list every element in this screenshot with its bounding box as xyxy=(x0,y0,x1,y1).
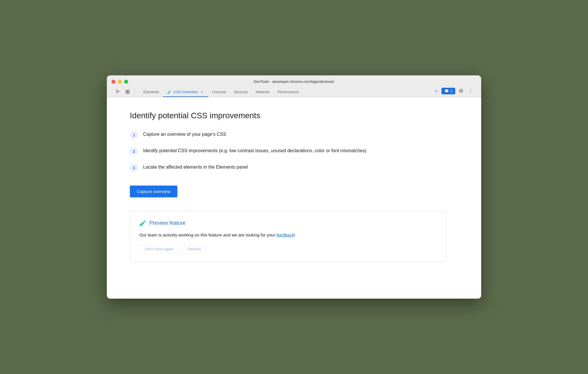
preview-header: 🧪 Preview feature xyxy=(139,220,437,226)
tab-bar: Elements 🧪 CSS Overview ✕ Console Source… xyxy=(111,87,477,97)
step-item-3: 3 Locate the affected elements in the El… xyxy=(130,163,463,172)
title-bar: DevTools - developer.chrome.com/tags/dev… xyxy=(107,75,481,97)
step-number-2: 2 xyxy=(130,147,138,155)
toolbar-left xyxy=(114,88,136,96)
svg-rect-3 xyxy=(128,92,129,94)
tab-divider xyxy=(134,89,135,95)
window-title: DevTools - developer.chrome.com/tags/dev… xyxy=(254,79,334,84)
step-text-1: Capture an overview of your page's CSS xyxy=(143,131,226,138)
feedback-link[interactable]: feedback xyxy=(276,232,294,237)
preview-text: Our team is actively working on this fea… xyxy=(139,232,437,238)
preview-btn-1[interactable]: Don't show again xyxy=(139,244,179,254)
preview-feature-title: Preview feature xyxy=(149,220,185,226)
feedback-button[interactable]: 💬 1 xyxy=(441,88,455,94)
tab-console[interactable]: Console xyxy=(208,87,230,97)
step-number-1: 1 xyxy=(130,131,138,139)
tab-css-overview[interactable]: 🧪 CSS Overview ✕ xyxy=(163,87,208,97)
step-text-3: Locate the affected elements in the Elem… xyxy=(143,163,248,171)
maximize-button[interactable] xyxy=(124,80,128,84)
tab-performance[interactable]: Performance xyxy=(274,87,303,97)
more-tabs-button[interactable]: » xyxy=(433,87,439,94)
tabs-container: Elements 🧪 CSS Overview ✕ Console Source… xyxy=(139,87,433,97)
devtools-window: DevTools - developer.chrome.com/tags/dev… xyxy=(107,75,481,299)
tabs-right: » 💬 1 ⚙ ⋮ xyxy=(433,87,474,97)
tab-network[interactable]: Network xyxy=(252,87,274,97)
steps-list: 1 Capture an overview of your page's CSS… xyxy=(130,131,463,172)
preview-btn-2[interactable]: Dismiss xyxy=(182,244,206,254)
minimize-button[interactable] xyxy=(118,80,122,84)
kebab-menu-icon[interactable]: ⋮ xyxy=(467,87,474,95)
cursor-icon[interactable] xyxy=(114,88,122,96)
svg-rect-0 xyxy=(126,90,127,91)
tab-elements[interactable]: Elements xyxy=(139,87,163,97)
step-number-3: 3 xyxy=(130,164,138,172)
preview-flask-icon: 🧪 xyxy=(139,220,147,226)
traffic-lights xyxy=(111,80,128,84)
flask-icon: 🧪 xyxy=(167,90,172,94)
close-button[interactable] xyxy=(111,80,115,84)
chat-icon: 💬 xyxy=(444,89,449,93)
svg-rect-2 xyxy=(126,92,127,94)
tab-sources[interactable]: Sources xyxy=(230,87,252,97)
step-item-2: 2 Identify potential CSS improvements (e… xyxy=(130,147,463,155)
step-text-2: Identify potential CSS improvements (e.g… xyxy=(143,147,366,154)
svg-rect-1 xyxy=(128,90,129,91)
preview-buttons: Don't show again Dismiss xyxy=(139,244,437,254)
settings-icon[interactable]: ⚙ xyxy=(458,87,464,95)
tab-close-icon[interactable]: ✕ xyxy=(200,89,204,94)
title-bar-top: DevTools - developer.chrome.com/tags/dev… xyxy=(111,79,477,84)
page-title: Identify potential CSS improvements xyxy=(130,111,463,120)
step-item-1: 1 Capture an overview of your page's CSS xyxy=(130,131,463,139)
preview-feature-box: 🧪 Preview feature Our team is actively w… xyxy=(130,211,447,262)
inspect-icon[interactable] xyxy=(124,88,132,96)
capture-overview-button[interactable]: Capture overview xyxy=(130,186,177,197)
main-content: Identify potential CSS improvements 1 Ca… xyxy=(107,97,481,299)
